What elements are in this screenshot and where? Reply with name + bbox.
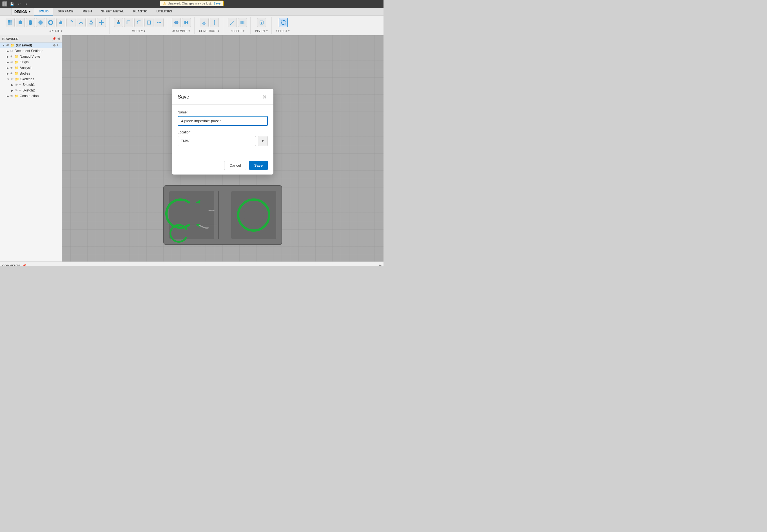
cancel-button[interactable]: Cancel [224,161,246,170]
insert-icon[interactable] [257,18,266,27]
root-collapse-icon: ▼ [2,44,5,47]
create-cylinder-icon[interactable] [26,18,35,27]
construction-eye-icon[interactable]: 👁 [10,94,13,98]
svg-rect-8 [19,21,22,24]
analysis-folder-icon: 📁 [14,66,19,70]
sketch2-eye-icon[interactable]: 👁 [15,89,18,92]
sidebar-item-bodies[interactable]: ▶ 👁 📁 Bodies [0,71,62,76]
modify-more-icon[interactable] [155,18,164,27]
create-more-icon[interactable] [97,18,106,27]
named-views-folder-icon: 📁 [14,55,19,59]
tab-solid[interactable]: SOLID [34,8,53,15]
modify-shell-icon[interactable] [144,18,153,27]
save-icon-btn[interactable]: 💾 [9,2,15,6]
sketch1-eye-icon[interactable]: 👁 [15,83,18,86]
inspect-interference-icon[interactable] [238,18,247,27]
sketch2-label: Sketch2 [23,88,35,92]
sidebar-item-origin[interactable]: ▶ 👁 📁 Origin [0,59,62,65]
sketch1-sketch-icon: ✏ [19,83,21,87]
design-label: DESIGN [14,10,27,14]
analysis-eye-icon[interactable]: 👁 [10,66,13,70]
svg-line-40 [230,21,234,24]
app-grid-icon[interactable] [2,1,7,6]
root-eye-icon[interactable]: 👁 [6,44,9,47]
canvas[interactable]: Save ✕ Name: Location: ▼ [62,35,384,261]
insert-label[interactable]: INSERT ▼ [255,30,268,33]
select-icon[interactable] [279,18,288,27]
analysis-label: Analysis [20,66,32,70]
svg-marker-26 [118,20,119,20]
sidebar-item-named-views[interactable]: ▶ 👁 📁 Named Views [0,54,62,59]
origin-eye-icon[interactable]: 👁 [10,61,13,64]
sketch1-expand-icon: ▶ [11,83,14,86]
dialog-close-button[interactable]: ✕ [261,94,268,100]
create-torus-icon[interactable] [46,18,55,27]
construct-label[interactable]: CONSTRUCT ▼ [199,30,220,33]
construction-label: Construction [20,94,39,98]
location-dropdown-button[interactable]: ▼ [258,136,268,146]
tab-sheet-metal[interactable]: SHEET METAL [97,8,129,15]
comments-pin-icon[interactable]: 📌 [23,264,26,266]
modify-fillet-icon[interactable] [124,18,133,27]
root-settings-icon[interactable]: ⚙ [53,44,56,47]
tab-utilities[interactable]: UTILITIES [152,8,177,15]
inspect-label[interactable]: INSPECT ▼ [230,30,245,33]
design-arrow: ▼ [28,10,31,13]
svg-marker-9 [19,20,22,21]
inspect-measure-icon[interactable] [228,18,237,27]
svg-rect-2 [3,4,5,6]
construct-plane-icon[interactable] [200,18,209,27]
top-bar-left: 💾 ↩ ↪ [2,1,28,6]
create-box-icon[interactable] [16,18,25,27]
sidebar-item-root[interactable]: ▼ 👁 📁 (Unsaved) ⚙ ↻ [0,43,62,48]
svg-marker-36 [202,22,206,25]
sketches-label: Sketches [20,77,34,81]
sidebar-pin-icon[interactable]: 📌 [52,37,56,41]
sketches-folder-icon: 📁 [15,77,19,81]
sidebar-item-doc-settings[interactable]: ▶ ⚙ Document Settings [0,48,62,54]
create-new-component-icon[interactable] [6,18,15,27]
svg-point-32 [176,21,178,24]
tab-surface[interactable]: SURFACE [53,8,78,15]
sidebar-item-analysis[interactable]: ▶ 👁 📁 Analysis [0,65,62,71]
create-loft-icon[interactable] [87,18,96,27]
sidebar-item-construction[interactable]: ▶ 👁 📁 Construction [0,93,62,99]
tab-mesh[interactable]: MESH [78,8,97,15]
create-sphere-icon[interactable] [36,18,45,27]
named-views-eye-icon[interactable]: 👁 [10,55,13,58]
svg-point-19 [90,23,93,25]
design-dropdown[interactable]: DESIGN ▼ [11,8,34,15]
sidebar-header: BROWSER 📌 ◀ [0,35,62,43]
comments-arrow-icon[interactable]: ▶ [379,264,381,266]
create-revolve-icon[interactable] [66,18,75,27]
sidebar-item-sketch2[interactable]: ▶ 👁 ✏ Sketch2 [0,88,62,93]
origin-folder-icon: 📁 [14,60,19,64]
modify-chamfer-icon[interactable] [134,18,143,27]
name-input[interactable] [178,116,268,126]
create-sweep-icon[interactable] [77,18,86,27]
save-link[interactable]: Save [213,2,220,5]
doc-settings-expand-icon: ▶ [7,50,9,53]
create-extrude-icon[interactable] [56,18,65,27]
insert-group-label: INSERT [255,30,265,33]
root-refresh-icon[interactable]: ↻ [57,44,59,47]
tab-plastic[interactable]: PLASTIC [129,8,152,15]
redo-btn[interactable]: ↪ [23,2,28,6]
assemble-more-icon[interactable] [182,18,191,27]
sidebar-item-sketch1[interactable]: ▶ 👁 ✏ Sketch1 [0,82,62,88]
select-label[interactable]: SELECT ▼ [276,30,290,33]
bodies-eye-icon[interactable]: 👁 [10,72,13,75]
construct-axis-icon[interactable] [210,18,219,27]
sketches-eye-icon[interactable]: 👁 [11,77,14,81]
sidebar-collapse-icon[interactable]: ◀ [57,37,59,41]
modify-label[interactable]: MODIFY ▼ [132,30,146,33]
construct-arrow: ▼ [217,30,220,32]
undo-btn[interactable]: ↩ [17,2,22,6]
assemble-joint-icon[interactable] [172,18,181,27]
location-input[interactable] [178,136,256,146]
assemble-label[interactable]: ASSEMBLE ▼ [172,30,190,33]
create-label[interactable]: CREATE ▼ [49,30,63,33]
modify-press-pull-icon[interactable] [114,18,123,27]
save-button[interactable]: Save [249,161,268,170]
sidebar-item-sketches[interactable]: ▼ 👁 📁 Sketches [0,76,62,82]
